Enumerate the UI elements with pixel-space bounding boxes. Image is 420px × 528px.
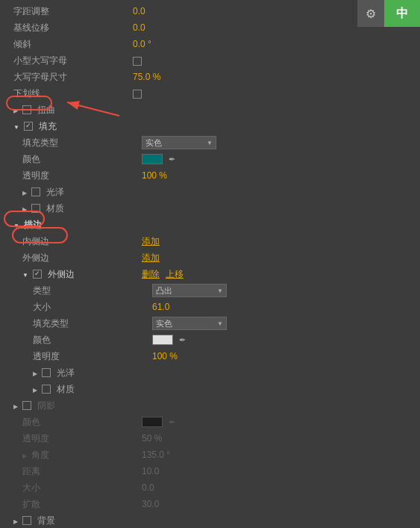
add-neiceby-button[interactable]: 添加	[142, 235, 160, 248]
label-tianch: ▼ 填充	[13, 120, 133, 133]
prop-waiceby: 外侧边 添加	[0, 249, 420, 266]
color-swatch-yanse[interactable]	[142, 154, 163, 164]
prop-yinying: ▶ 阴影	[0, 397, 420, 414]
prop-daxiao-yinying: 大小 0.0	[0, 479, 420, 496]
triangle-guangze: ▶	[22, 190, 27, 196]
triangle-miaob[interactable]: ▼	[13, 223, 19, 229]
value-area-waiceby-sub: 删除 上移	[142, 268, 184, 281]
prop-xiaoxingdaxie: 小型大写字母	[0, 52, 420, 69]
label-yanse2: 颜色	[33, 334, 152, 347]
prop-tianch-header: ▼ 填充	[0, 118, 420, 134]
value-xiahuaxian	[133, 88, 416, 99]
gear-icon: ⚙	[366, 7, 376, 21]
checkbox-guangze2[interactable]	[42, 368, 51, 377]
checkbox-cailiao2[interactable]	[42, 385, 51, 394]
value-area-tianchtype: 实色 ▼	[142, 136, 216, 149]
value-area-tianchtype2: 实色 ▼	[152, 317, 227, 330]
color-swatch-yanse2[interactable]	[152, 335, 173, 345]
prop-touming-yinying: 透明度 50 %	[0, 430, 420, 447]
label-touming: 透明度	[22, 170, 142, 182]
select-tianchtype-value: 实色	[145, 137, 162, 149]
value-qingxie: 0.0 °	[133, 39, 416, 49]
value-area-yanse-yinying: ✒	[142, 417, 175, 427]
value-kuozhang: 30.0	[142, 499, 416, 509]
prop-waiceby-sub: ▼ 外侧边 删除 上移	[0, 266, 420, 282]
prop-cailiao2: ▶ 材质	[0, 381, 420, 397]
checkbox-yinying[interactable]	[22, 401, 31, 410]
prop-yanse2: 颜色 ✒	[0, 332, 420, 348]
checkbox-beijing[interactable]	[22, 516, 31, 525]
top-right-area: ⚙ 中	[357, 0, 420, 27]
select-tianchtype2[interactable]: 实色 ▼	[152, 317, 227, 330]
prop-daxiao: 大小 61.0	[0, 299, 420, 315]
value-xiaoxingdaxie	[133, 55, 416, 66]
value-daxiao-yinying: 0.0	[142, 482, 416, 493]
triangle-niuqu: ▶	[13, 108, 18, 114]
language-badge[interactable]: 中	[384, 0, 420, 27]
triangle-waiceby-sub[interactable]: ▼	[22, 272, 28, 279]
label-miaob: ▼ 描边	[13, 219, 42, 232]
label-xiaoxingdaxie: 小型大写字母	[13, 55, 133, 67]
value-area-yanse: ✒	[142, 154, 175, 164]
label-jixianweiy: 基线位移	[13, 22, 133, 34]
triangle-yinying: ▶	[13, 403, 18, 410]
prop-daxingzimu: 大写字母尺寸 75.0 %	[0, 69, 420, 85]
label-daxingzimu: 大写字母尺寸	[13, 71, 133, 84]
label-zijiutiaozheng: 字距调整	[13, 5, 133, 18]
triangle-tianch[interactable]: ▼	[13, 124, 19, 131]
prop-juli: 距离 10.0	[0, 463, 420, 479]
label-yanse-yinying: 颜色	[22, 416, 142, 429]
prop-niuqu: ▶ 扭曲	[0, 102, 420, 118]
label-waiceby: 外侧边	[22, 252, 142, 264]
label-guangze2: ▶ 光泽	[33, 367, 152, 379]
checkbox-waiceby-sub[interactable]	[33, 270, 42, 279]
value-area-waiceby: 添加	[142, 252, 160, 264]
label-qingxie: 倾斜	[13, 38, 133, 51]
eyedropper-yanse2[interactable]: ✒	[179, 335, 186, 345]
label-tianchtype2: 填充类型	[33, 317, 152, 330]
triangle-cailiao2: ▶	[33, 387, 37, 394]
prop-qingxie: 倾斜 0.0 °	[0, 36, 420, 52]
label-daxiao-yinying: 大小	[22, 482, 142, 494]
label-touming-yinying: 透明度	[22, 432, 142, 445]
add-waiceby-button[interactable]: 添加	[142, 252, 160, 264]
moveup-waiceby-button[interactable]: 上移	[166, 268, 184, 281]
delete-waiceby-button[interactable]: 删除	[142, 268, 160, 281]
prop-touming: 透明度 100 %	[0, 167, 420, 184]
prop-guangze2: ▶ 光泽	[0, 364, 420, 381]
checkbox-niuqu[interactable]	[22, 105, 31, 114]
checkbox-xiahuaxian[interactable]	[133, 90, 142, 99]
prop-kuozhang: 扩散 30.0	[0, 496, 420, 512]
eyedropper-yinying: ✒	[169, 417, 175, 427]
color-swatch-yinying	[142, 417, 163, 427]
checkbox-xiaoxingdaxie[interactable]	[133, 57, 142, 66]
value-area-leixing: 凸出 ▼	[152, 284, 227, 297]
prop-miaob-header: ▼ 描边	[0, 217, 420, 233]
eyedropper-yanse[interactable]: ✒	[169, 155, 175, 164]
label-xiahuaxian: 下划线	[13, 87, 133, 100]
value-daxiao: 61.0	[152, 302, 416, 312]
checkbox-cailiao[interactable]	[31, 204, 40, 213]
label-niuqu: ▶ 扭曲	[13, 104, 133, 117]
triangle-beijing: ▶	[13, 518, 18, 525]
main-panel: ⚙ 中 字距调整 0.0 基线位移 0.0 倾斜 0.0 ° 小型大写字母	[0, 0, 420, 528]
triangle-jiaodu: ▶	[22, 453, 27, 459]
select-tianchtype2-value: 实色	[156, 318, 172, 329]
value-daxingzimu: 75.0 %	[133, 72, 416, 82]
select-tianchtype[interactable]: 实色 ▼	[142, 136, 216, 149]
label-cailiao2: ▶ 材质	[33, 383, 152, 396]
triangle-cailiao: ▶	[22, 206, 27, 213]
label-juli: 距离	[22, 465, 142, 478]
select-leixing[interactable]: 凸出 ▼	[152, 284, 227, 297]
properties-panel: 字距调整 0.0 基线位移 0.0 倾斜 0.0 ° 小型大写字母 大写字母尺寸…	[0, 0, 420, 528]
label-daxiao: 大小	[33, 301, 152, 314]
checkbox-tianch[interactable]	[24, 122, 33, 131]
label-tianchtype: 填充类型	[22, 137, 142, 149]
gear-button[interactable]: ⚙	[357, 0, 384, 27]
label-cailiao: ▶ 材质	[22, 202, 142, 215]
prop-jiaodu: ▶ 角度 135.0 °	[0, 447, 420, 463]
label-kuozhang: 扩散	[22, 498, 142, 511]
prop-xiahuaxian: 下划线	[0, 85, 420, 102]
yinying-text: 阴影	[37, 400, 55, 411]
checkbox-guangze[interactable]	[31, 187, 40, 196]
